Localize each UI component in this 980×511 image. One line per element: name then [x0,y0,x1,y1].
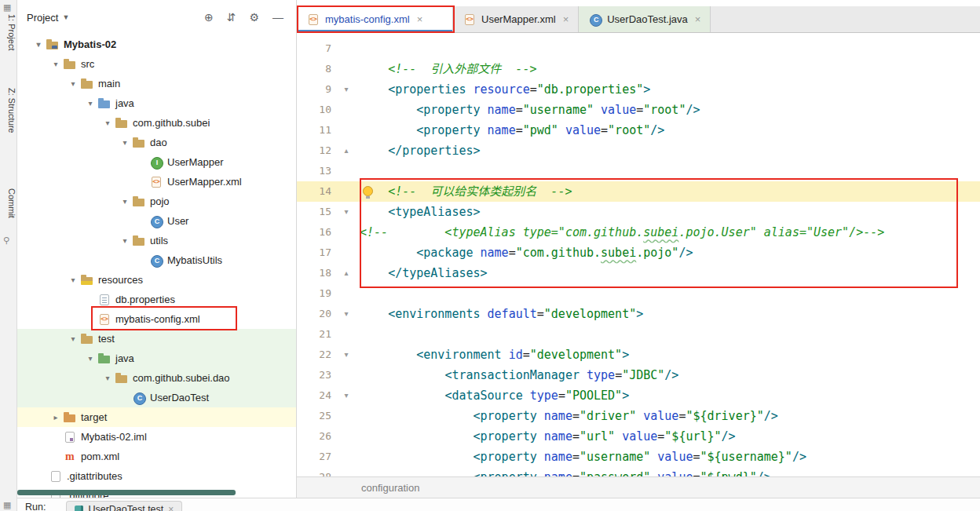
horizontal-scrollbar[interactable] [17,490,236,495]
tree-item-src[interactable]: src [17,54,296,74]
close-icon[interactable] [695,13,701,25]
line-number[interactable]: 19 [297,283,338,304]
fold-icon[interactable] [338,263,355,283]
code-line-24[interactable]: 24 <dataSource type="POOLED"> [297,385,980,406]
chevron-down-icon[interactable] [83,354,97,363]
chevron-down-icon[interactable] [101,374,115,382]
fold-icon[interactable] [338,79,355,100]
code-line-11[interactable]: 11 <property name="pwd" value="root"/> [297,120,980,141]
tree-item-mybatisutils[interactable]: MybatisUtils [17,250,296,270]
tree-item-pom-xml[interactable]: pom.xml [17,447,296,466]
tree-item-userdaotest[interactable]: UserDaoTest [17,388,296,407]
tree-item-user[interactable]: User [17,211,296,231]
code-line-9[interactable]: 9 <properties resource="db.properties"> [297,79,980,100]
line-number[interactable]: 13 [297,161,338,181]
chevron-down-icon[interactable]: ▼ [62,13,69,21]
close-icon[interactable] [417,13,423,25]
line-number[interactable]: 20 [297,304,338,324]
tree-item-usermapper[interactable]: UserMapper [17,152,296,172]
code-line-7[interactable]: 7 [297,38,980,59]
code-line-8[interactable]: 8 <!-- 引入外部文件 --> [297,59,980,79]
code-line-27[interactable]: 27 <property name="username" value="${us… [297,447,980,467]
project-panel-title[interactable]: Project [27,12,58,24]
bookmark-icon[interactable]: ⚲ [3,235,9,245]
tool-window-button-commit[interactable]: Commit [1,188,16,218]
chevron-down-icon[interactable] [66,276,80,284]
window-menu-icon[interactable]: ▦ [3,2,11,12]
tool-window-button-structure[interactable]: Z: Structure [1,88,16,133]
intention-bulb-icon[interactable] [363,186,373,196]
tree-item-mybatis-02[interactable]: Mybatis-02 [17,35,296,54]
line-number[interactable]: 9 [297,79,338,100]
tree-item-utils[interactable]: utils [17,231,296,250]
code-line-17[interactable]: 17 <package name="com.github.subei.pojo"… [297,243,980,263]
code-editor[interactable]: 78 <!-- 引入外部文件 -->9 <properties resource… [297,33,980,498]
code-line-22[interactable]: 22 <environment id="development"> [297,345,980,365]
code-line-21[interactable]: 21 [297,324,980,345]
line-number[interactable]: 25 [297,406,338,426]
tool-window-button-project[interactable]: 1: Project [1,14,16,50]
tree-item-mybatis-02-iml[interactable]: Mybatis-02.iml [17,427,296,447]
close-icon[interactable] [563,13,569,25]
line-number[interactable]: 8 [297,59,338,79]
line-number[interactable]: 18 [297,263,338,283]
code-line-25[interactable]: 25 <property name="driver" value="${driv… [297,406,980,426]
chevron-down-icon[interactable] [118,138,132,147]
fold-icon[interactable] [338,141,355,161]
chevron-right-icon[interactable] [49,413,63,422]
breadcrumb[interactable]: configuration [361,482,419,494]
code-line-14[interactable]: 14 <!-- 可以给实体类起别名 --> [297,181,980,202]
fold-icon[interactable] [338,304,355,324]
code-line-20[interactable]: 20 <environments default="development"> [297,304,980,324]
code-line-13[interactable]: 13 [297,161,980,181]
hide-panel-icon[interactable]: — [272,12,283,23]
tree-item-db-properties[interactable]: db.properties [17,290,296,309]
tab-mybatis-config-xml[interactable]: mybatis-config.xml [297,6,453,32]
line-number[interactable]: 24 [297,385,338,406]
chevron-down-icon[interactable] [66,334,80,343]
code-line-12[interactable]: 12 </properties> [297,141,980,161]
collapse-all-icon[interactable]: ⇵ [227,12,236,23]
close-icon[interactable] [168,504,174,511]
code-line-16[interactable]: 16<!-- <typeAlias type="com.github.subei… [297,222,980,243]
line-number[interactable]: 21 [297,324,338,345]
chevron-down-icon[interactable] [83,99,97,108]
code-line-26[interactable]: 26 <property name="url" value="${url}"/> [297,426,980,447]
line-number[interactable]: 23 [297,365,338,385]
code-line-18[interactable]: 18 </typeAliases> [297,263,980,283]
line-number[interactable]: 16 [297,222,338,243]
code-line-10[interactable]: 10 <property name="username" value="root… [297,100,980,120]
line-number[interactable]: 27 [297,447,338,467]
run-config-tab[interactable]: UserDaoTest.test [66,501,182,511]
tree-item-com-github-subei-dao[interactable]: com.github.subei.dao [17,368,296,388]
tab-userdaotest-java[interactable]: UserDaoTest.java [579,6,711,32]
line-number[interactable]: 10 [297,100,338,120]
chevron-down-icon[interactable] [118,236,132,245]
line-number[interactable]: 15 [297,202,338,222]
tree-item-main[interactable]: main [17,74,296,93]
line-number[interactable]: 12 [297,141,338,161]
chevron-down-icon[interactable] [31,40,46,49]
fold-icon[interactable] [338,385,355,406]
tree-item-pojo[interactable]: pojo [17,192,296,211]
code-line-23[interactable]: 23 <transactionManager type="JDBC"/> [297,365,980,385]
line-number[interactable]: 22 [297,345,338,365]
code-line-15[interactable]: 15 <typeAliases> [297,202,980,222]
run-tool-window-icon[interactable]: ▦ [3,500,11,509]
tree-item-com-github-subei[interactable]: com.github.subei [17,113,296,133]
line-number[interactable]: 14 [297,181,338,202]
tree-item-mybatis-config-xml[interactable]: mybatis-config.xml [17,309,296,329]
line-number[interactable]: 17 [297,243,338,263]
code-line-19[interactable]: 19 [297,283,980,304]
locate-icon[interactable]: ⊕ [204,12,214,23]
line-number[interactable]: 26 [297,426,338,447]
tree-item-test[interactable]: test [17,329,296,349]
tree-item-resources[interactable]: resources [17,270,296,290]
tab-usermapper-xml[interactable]: UserMapper.xml [453,6,579,32]
chevron-down-icon[interactable] [118,197,132,206]
line-number[interactable]: 11 [297,120,338,141]
chevron-down-icon[interactable] [49,60,63,68]
tree-item--gitattributes[interactable]: .gitattributes [17,466,296,486]
chevron-down-icon[interactable] [101,119,115,127]
tree-item-dao[interactable]: dao [17,133,296,152]
